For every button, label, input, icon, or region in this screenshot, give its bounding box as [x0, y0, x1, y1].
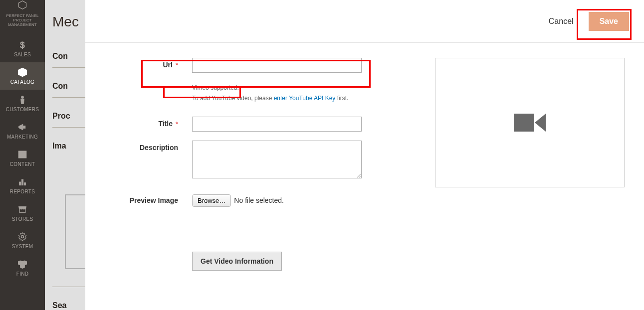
label-text: Preview Image: [130, 196, 178, 204]
field-url-row: Url* Vimeo supported. To add YouTube vid…: [97, 58, 420, 103]
store-icon: [17, 204, 27, 214]
svg-point-14: [21, 236, 24, 238]
description-label: Description: [97, 141, 192, 152]
nav-label: CONTENT: [10, 161, 35, 167]
svg-marker-0: [19, 1, 26, 9]
svg-rect-7: [19, 152, 26, 158]
nav-label: REPORTS: [10, 189, 35, 194]
get-video-information-button[interactable]: Get Video Information: [192, 252, 282, 271]
youtube-api-key-link[interactable]: enter YouTube API Key: [274, 95, 336, 102]
nav-label: CATALOG: [10, 79, 34, 85]
sidebar-item-marketing[interactable]: MARKETING: [0, 117, 45, 145]
box-icon: [17, 67, 27, 77]
title-input[interactable]: [192, 117, 362, 132]
description-textarea[interactable]: [192, 141, 362, 178]
modal-body: Url* Vimeo supported. To add YouTube vid…: [85, 43, 644, 287]
browse-button[interactable]: Browse…: [192, 194, 231, 207]
svg-point-4: [21, 96, 24, 99]
label-text: Title: [158, 120, 173, 128]
svg-rect-10: [19, 182, 20, 185]
dollar-icon: $: [17, 40, 27, 50]
url-input[interactable]: [192, 58, 362, 73]
sidebar-logo-area[interactable]: PERFECT PANEL PROJECT MANAGEMENT: [0, 0, 45, 35]
title-label: Title*: [97, 117, 192, 128]
cancel-button[interactable]: Cancel: [544, 13, 579, 30]
required-asterisk: *: [176, 61, 178, 69]
field-description-row: Description: [97, 141, 420, 180]
boxes-icon: [17, 259, 27, 269]
sidebar-item-reports[interactable]: REPORTS: [0, 172, 45, 199]
label-text: Url: [163, 61, 172, 69]
video-camera-icon: [514, 114, 546, 132]
sidebar-item-catalog[interactable]: CATALOG: [0, 62, 45, 90]
svg-rect-13: [19, 209, 25, 213]
sidebar-item-sales[interactable]: $ SALES: [0, 35, 45, 62]
required-asterisk: *: [176, 120, 178, 128]
field-preview-row: Preview Image Browse… No file selected.: [97, 194, 420, 207]
save-button[interactable]: Save: [589, 12, 629, 31]
add-video-modal: Cancel Save Url* Vimeo supported. To add…: [85, 0, 644, 310]
label-text: Description: [140, 144, 178, 152]
sidebar-item-stores[interactable]: STORES: [0, 199, 45, 227]
svg-marker-17: [20, 264, 24, 268]
modal-header: Cancel Save: [85, 0, 644, 43]
nav-label: SYSTEM: [12, 244, 33, 249]
svg-text:$: $: [20, 40, 24, 50]
nav-label: FIND: [16, 271, 29, 277]
sidebar-item-content[interactable]: CONTENT: [0, 145, 45, 172]
video-preview-box: [435, 58, 625, 187]
nav-label: MARKETING: [7, 134, 38, 140]
gear-icon: [17, 232, 27, 242]
field-title-row: Title*: [97, 117, 420, 132]
url-hint-vimeo: Vimeo supported.: [192, 84, 420, 92]
bar-chart-icon: [17, 177, 27, 187]
megaphone-icon: [17, 122, 27, 132]
sidebar-top-label: PERFECT PANEL PROJECT MANAGEMENT: [2, 12, 43, 30]
url-label: Url*: [97, 58, 192, 69]
preview-column: [435, 58, 632, 277]
form-column: Url* Vimeo supported. To add YouTube vid…: [97, 58, 435, 277]
nav-label: CUSTOMERS: [6, 107, 39, 112]
hexagon-icon: [17, 0, 27, 10]
sidebar-item-customers[interactable]: CUSTOMERS: [0, 90, 45, 117]
svg-marker-5: [19, 125, 23, 131]
url-hint-youtube: To add YouTube video, please enter YouTu…: [192, 94, 420, 103]
no-file-text: No file selected.: [234, 196, 284, 204]
sidebar-item-system[interactable]: SYSTEM: [0, 227, 45, 254]
field-info-row: Get Video Information: [97, 252, 420, 271]
man-icon: [17, 95, 27, 105]
nav-label: SALES: [14, 52, 31, 57]
svg-rect-11: [21, 179, 23, 185]
nav-label: STORES: [12, 216, 33, 222]
preview-label: Preview Image: [97, 196, 192, 204]
admin-sidebar: PERFECT PANEL PROJECT MANAGEMENT $ SALES…: [0, 0, 45, 310]
sidebar-item-find[interactable]: FIND: [0, 254, 45, 282]
svg-rect-12: [24, 183, 25, 185]
svg-rect-6: [23, 126, 25, 129]
layout-icon: [17, 150, 27, 159]
